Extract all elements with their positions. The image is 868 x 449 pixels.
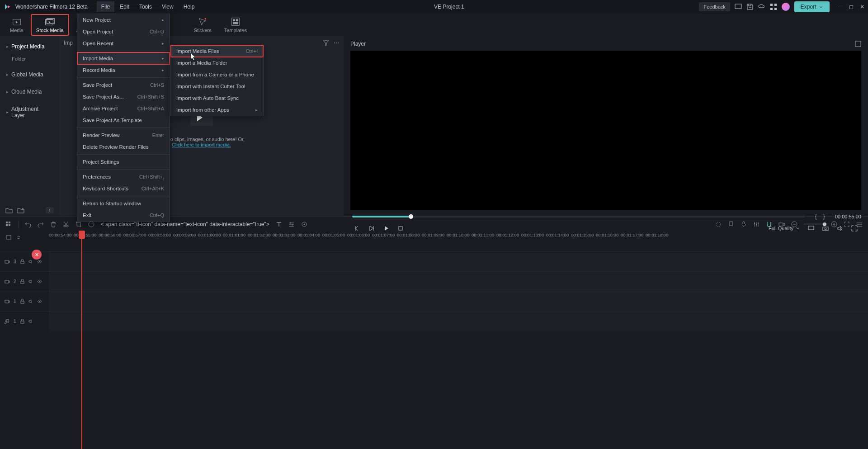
track-body[interactable] bbox=[49, 252, 868, 271]
speed-icon[interactable] bbox=[88, 221, 94, 227]
sidebar-project-media[interactable]: ▸Project Media bbox=[0, 40, 59, 53]
minimize-icon[interactable]: ─ bbox=[839, 4, 843, 10]
mute-icon[interactable] bbox=[28, 299, 33, 304]
redo-icon[interactable] bbox=[38, 221, 44, 227]
mark-out-icon[interactable]: } bbox=[823, 213, 825, 220]
menu-file[interactable]: File bbox=[97, 1, 114, 12]
menu-item[interactable]: ExitCtrl+Q bbox=[77, 209, 170, 221]
menu-item[interactable]: Archive ProjectCtrl+Shift+A bbox=[77, 103, 170, 114]
menu-view[interactable]: View bbox=[157, 1, 178, 12]
sidebar-folder[interactable]: Folder bbox=[0, 53, 59, 64]
close-icon[interactable]: ✕ bbox=[860, 4, 864, 10]
new-folder-icon[interactable] bbox=[5, 207, 13, 213]
lock-icon[interactable] bbox=[20, 279, 25, 284]
menu-item[interactable]: PreferencesCtrl+Shift+, bbox=[77, 171, 170, 183]
crop-icon[interactable] bbox=[75, 221, 82, 227]
grid-icon[interactable] bbox=[770, 3, 777, 10]
adjust-icon[interactable] bbox=[288, 221, 295, 227]
menu-item[interactable]: Render PreviewEnter bbox=[77, 129, 170, 141]
player-screen[interactable] bbox=[350, 51, 861, 210]
snap-icon[interactable] bbox=[766, 221, 772, 227]
clip-marker[interactable]: ✕ bbox=[32, 250, 42, 260]
menu-help[interactable]: Help bbox=[179, 1, 199, 12]
menu-item[interactable]: Return to Startup window bbox=[77, 198, 170, 209]
delete-icon[interactable] bbox=[50, 221, 57, 227]
more-timeline-icon[interactable] bbox=[856, 221, 863, 227]
menu-item[interactable]: Delete Preview Render Files bbox=[77, 141, 170, 153]
play-reverse-icon[interactable] bbox=[368, 225, 375, 232]
submenu-item[interactable]: Import Media FilesCtrl+I bbox=[171, 45, 263, 57]
mute-icon[interactable] bbox=[28, 319, 33, 324]
menu-item[interactable]: Record Media▸ bbox=[77, 64, 170, 76]
collapse-panel-button[interactable] bbox=[46, 207, 54, 213]
mixer-icon[interactable] bbox=[753, 221, 760, 227]
import-media-link[interactable]: Click here to import media. bbox=[172, 142, 231, 147]
menu-item[interactable]: Import Media▸ bbox=[77, 52, 170, 64]
cloud-icon[interactable] bbox=[758, 3, 765, 10]
mute-icon[interactable] bbox=[28, 279, 33, 284]
menu-tools[interactable]: Tools bbox=[135, 1, 156, 12]
lock-icon[interactable] bbox=[20, 299, 25, 304]
zoom-out-icon[interactable] bbox=[791, 221, 797, 227]
tab-stickers[interactable]: Stickers bbox=[189, 14, 217, 36]
tab-templates[interactable]: Templates bbox=[219, 14, 252, 36]
highlight-icon[interactable] bbox=[715, 221, 722, 227]
submenu-item[interactable]: Import from other Apps▸ bbox=[171, 104, 263, 116]
mute-icon[interactable] bbox=[28, 259, 33, 264]
menu-item[interactable]: Save ProjectCtrl+S bbox=[77, 79, 170, 91]
add-folder-icon[interactable] bbox=[17, 207, 24, 213]
submenu-item[interactable]: Import with Instant Cutter Tool bbox=[171, 80, 263, 92]
eye-icon[interactable] bbox=[37, 259, 42, 264]
display-icon[interactable] bbox=[735, 3, 742, 10]
player-maximize-icon[interactable] bbox=[855, 41, 861, 47]
link-icon[interactable] bbox=[15, 234, 22, 241]
lock-icon[interactable] bbox=[20, 259, 25, 264]
avatar[interactable] bbox=[782, 3, 790, 11]
track-body[interactable] bbox=[49, 312, 868, 331]
sidebar-adjustment-layer[interactable]: ▸Adjustment Layer bbox=[0, 102, 59, 122]
submenu-item[interactable]: Import from a Camera or a Phone bbox=[171, 69, 263, 80]
menu-item[interactable]: Open ProjectCtrl+O bbox=[77, 26, 170, 38]
keyframe-icon[interactable] bbox=[301, 221, 307, 227]
filter-icon[interactable] bbox=[323, 40, 329, 46]
mark-in-icon[interactable]: { bbox=[815, 213, 817, 220]
sidebar-global-media[interactable]: ▸Global Media bbox=[0, 68, 59, 81]
zoom-in-icon[interactable] bbox=[831, 221, 837, 227]
sidebar-cloud-media[interactable]: ▸Cloud Media bbox=[0, 85, 59, 99]
feedback-button[interactable]: Feedback bbox=[699, 2, 730, 11]
menu-item[interactable]: New Project▸ bbox=[77, 14, 170, 26]
ruler-track[interactable]: 00:00:54:0000:00:55:0000:00:56:0000:00:5… bbox=[49, 232, 868, 243]
tab-stock-media[interactable]: Stock Media bbox=[31, 14, 69, 36]
undo-icon[interactable] bbox=[25, 221, 31, 227]
cam-icon[interactable] bbox=[778, 221, 785, 227]
menu-item[interactable]: Save Project As Template bbox=[77, 114, 170, 126]
fit-icon[interactable] bbox=[844, 221, 850, 227]
menu-edit[interactable]: Edit bbox=[115, 1, 134, 12]
track-body[interactable] bbox=[49, 292, 868, 311]
playhead[interactable] bbox=[81, 232, 82, 449]
track-body[interactable] bbox=[49, 272, 868, 291]
more-icon[interactable]: ⋯ bbox=[334, 40, 339, 46]
play-icon[interactable] bbox=[383, 225, 389, 232]
player-slider[interactable] bbox=[352, 216, 805, 217]
menu-item[interactable]: Save Project As...Ctrl+Shift+S bbox=[77, 91, 170, 103]
mic-icon[interactable] bbox=[741, 221, 747, 227]
menu-item[interactable]: Open Recent▸ bbox=[77, 38, 170, 49]
menu-item[interactable]: Keyboard ShortcutsCtrl+Alt+K bbox=[77, 183, 170, 194]
tab-media[interactable]: Media bbox=[5, 14, 29, 36]
submenu-item[interactable]: Import with Auto Beat Sync bbox=[171, 92, 263, 104]
prev-frame-icon[interactable] bbox=[354, 225, 360, 232]
lock-icon[interactable] bbox=[20, 319, 25, 324]
submenu-item[interactable]: Import a Media Folder bbox=[171, 57, 263, 69]
marker-icon[interactable] bbox=[728, 221, 734, 227]
track-add-icon[interactable] bbox=[5, 234, 12, 241]
zoom-slider[interactable] bbox=[804, 223, 825, 225]
eye-icon[interactable] bbox=[37, 299, 42, 304]
menu-item[interactable]: Project Settings bbox=[77, 156, 170, 168]
export-button[interactable]: Export bbox=[794, 1, 830, 12]
stop-icon[interactable] bbox=[397, 225, 404, 232]
save-icon[interactable] bbox=[746, 3, 754, 10]
maximize-icon[interactable]: ◻ bbox=[849, 4, 854, 10]
cut-icon[interactable] bbox=[63, 221, 69, 227]
layout-icon[interactable] bbox=[5, 221, 12, 227]
